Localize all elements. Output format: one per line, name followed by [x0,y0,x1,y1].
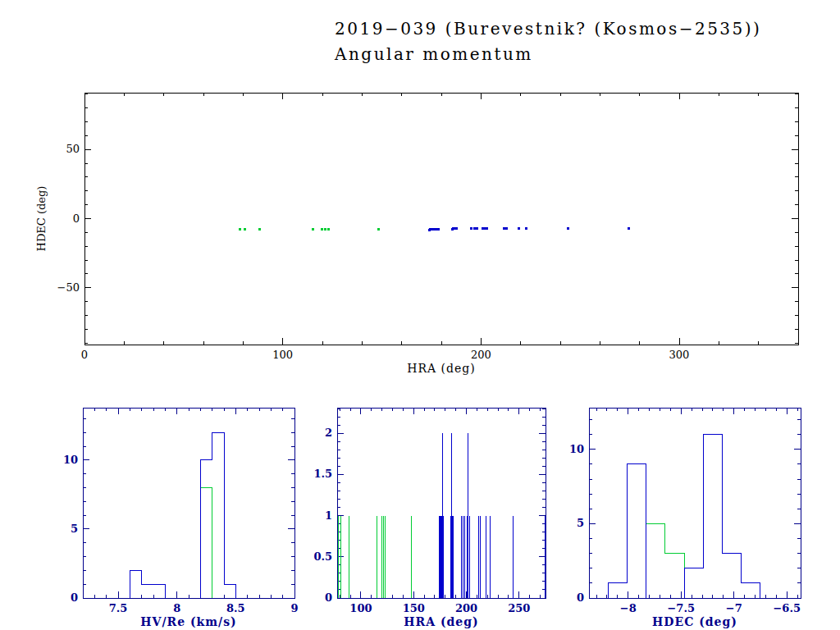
data-point-marker [505,227,508,230]
plot-frame [589,408,801,598]
y-tick-label: 5 [71,523,78,535]
x-tick-label: −7 [726,602,742,614]
y-tick-label: 0 [71,591,78,604]
data-point-marker [377,228,380,231]
data-point-marker [324,228,326,231]
histogram-outline [200,488,212,598]
y-tick-label: 10 [569,443,584,455]
green-observations-series [239,228,379,231]
blue-spikes-series [439,433,545,598]
tick-marks [589,408,801,598]
data-point-marker [437,228,440,231]
x-tick-label: −6.5 [773,602,801,614]
y-tick-label: 0.5 [313,550,332,563]
x-axis-title: HRA (deg) [404,615,478,628]
blue-observations-series [428,227,630,231]
x-tick-label: −8 [620,602,637,614]
data-point-marker [244,228,246,231]
tick-marks [83,408,294,598]
x-tick-label: 100 [272,349,293,361]
x-axis-title: HRA (deg) [407,362,475,375]
data-point-marker [239,228,241,231]
y-tick-label: 0 [73,212,80,225]
blue-histogram-series [130,432,235,598]
green-histogram-series [200,488,212,598]
hist-hra-panel: 10015020025000.511.52HRA (deg) [313,408,546,628]
data-point-marker [327,228,330,231]
hist-hv-panel: 7.588.590510HV/Re (km/s) [63,408,299,628]
plot-frame [84,93,798,345]
x-tick-label: 250 [508,602,530,614]
plot-frame [83,408,294,598]
data-point-marker [473,227,476,230]
y-tick-label: 0 [325,591,332,604]
data-point-marker [486,227,488,230]
y-tick-label: 1 [325,509,332,522]
x-tick-label: 100 [349,602,372,614]
data-point-marker [525,227,527,230]
x-tick-label: 150 [403,602,425,614]
y-axis-title: HDEC (deg) [35,186,48,252]
x-tick-label: 300 [669,349,690,361]
hist-hdec-panel: −8−7.5−7−6.50510HDEC (deg) [569,408,801,628]
y-tick-label: 2 [325,427,332,439]
x-tick-label: 9 [290,602,298,614]
green-histogram-series [646,523,684,598]
y-tick-label: 0 [577,591,584,604]
plots-canvas: 0100200300−50050HRA (deg)HDEC (deg)7.588… [0,0,840,630]
data-point-marker [518,227,520,230]
y-tick-label: 5 [577,517,584,529]
data-point-marker [470,227,472,230]
x-tick-label: 7.5 [109,602,128,614]
data-point-marker [258,228,261,231]
x-axis-title: HV/Re (km/s) [140,615,236,628]
figure-page: 2019−039 (Burevestnik? (Kosmos−2535)) An… [0,0,840,630]
data-point-marker [476,227,478,230]
tick-marks [84,93,798,345]
blue-histogram-series [608,435,760,598]
data-point-marker [455,227,458,230]
y-tick-label: −50 [57,281,80,294]
scatter-hra-hdec-panel: 0100200300−50050HRA (deg)HDEC (deg) [35,93,798,375]
histogram-outline [646,523,684,598]
data-point-marker [628,227,630,230]
x-tick-label: 8.5 [226,602,245,614]
x-tick-label: 8 [173,602,180,614]
x-tick-label: 0 [81,349,88,361]
x-tick-label: −7.5 [667,602,695,614]
data-point-marker [567,227,569,230]
green-spikes-series [338,516,412,598]
data-point-marker [321,228,323,231]
histogram-outline [608,435,760,598]
data-point-marker [483,227,486,230]
y-tick-label: 50 [66,143,80,155]
data-point-marker [312,228,314,231]
y-tick-label: 1.5 [313,468,332,480]
y-tick-label: 10 [63,454,78,466]
x-axis-title: HDEC (deg) [652,615,737,628]
histogram-outline [130,432,235,598]
x-tick-label: 200 [471,349,491,361]
x-tick-label: 200 [455,602,477,614]
